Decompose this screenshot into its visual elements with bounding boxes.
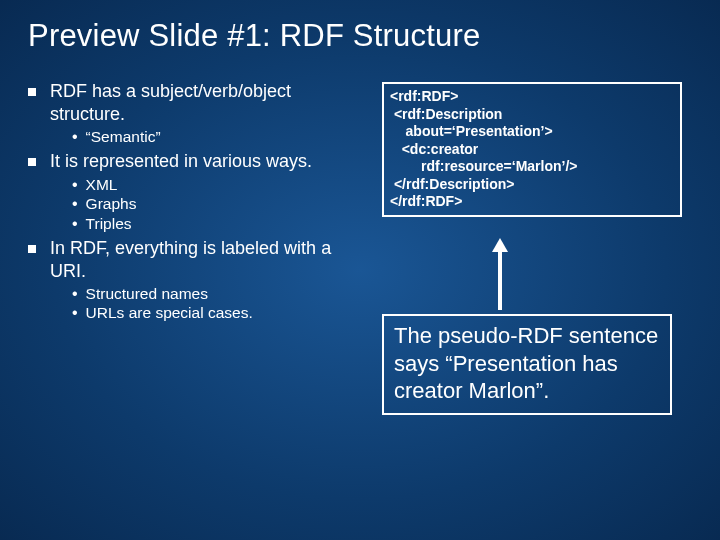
slide-title: Preview Slide #1: RDF Structure xyxy=(28,18,692,54)
sub-text: “Semantic” xyxy=(86,127,161,146)
bullet-main: It is represented in various ways. xyxy=(28,150,368,173)
square-bullet-icon xyxy=(28,88,36,96)
bullet-sub: • Structured names xyxy=(72,284,368,303)
square-bullet-icon xyxy=(28,245,36,253)
code-box: <rdf:RDF> <rdf:Description about=‘Presen… xyxy=(382,82,682,217)
columns: RDF has a subject/verb/object structure.… xyxy=(28,80,692,327)
bullet-sub: • URLs are special cases. xyxy=(72,303,368,322)
dot-bullet-icon: • xyxy=(72,214,78,233)
bullet-text: It is represented in various ways. xyxy=(50,150,312,173)
dot-bullet-icon: • xyxy=(72,127,78,146)
sub-list: • “Semantic” xyxy=(72,127,368,146)
sub-text: Graphs xyxy=(86,194,137,213)
bullet-sub: • XML xyxy=(72,175,368,194)
bullet-sub: • Triples xyxy=(72,214,368,233)
dot-bullet-icon: • xyxy=(72,303,78,322)
bullet-main: RDF has a subject/verb/object structure. xyxy=(28,80,368,125)
slide: Preview Slide #1: RDF Structure RDF has … xyxy=(0,0,720,540)
dot-bullet-icon: • xyxy=(72,175,78,194)
caption-box: The pseudo-RDF sentence says “Presentati… xyxy=(382,314,672,415)
bullet-text: RDF has a subject/verb/object structure. xyxy=(50,80,368,125)
sub-list: • Structured names • URLs are special ca… xyxy=(72,284,368,323)
sub-text: URLs are special cases. xyxy=(86,303,253,322)
bullet-sub: • “Semantic” xyxy=(72,127,368,146)
right-column: <rdf:RDF> <rdf:Description about=‘Presen… xyxy=(382,80,682,327)
bullet-sub: • Graphs xyxy=(72,194,368,213)
sub-text: Triples xyxy=(86,214,132,233)
dot-bullet-icon: • xyxy=(72,284,78,303)
left-column: RDF has a subject/verb/object structure.… xyxy=(28,80,368,327)
bullet-main: In RDF, everything is labeled with a URI… xyxy=(28,237,368,282)
sub-list: • XML • Graphs • Triples xyxy=(72,175,368,233)
arrow-icon xyxy=(492,238,508,310)
dot-bullet-icon: • xyxy=(72,194,78,213)
square-bullet-icon xyxy=(28,158,36,166)
sub-text: XML xyxy=(86,175,118,194)
sub-text: Structured names xyxy=(86,284,208,303)
bullet-text: In RDF, everything is labeled with a URI… xyxy=(50,237,368,282)
